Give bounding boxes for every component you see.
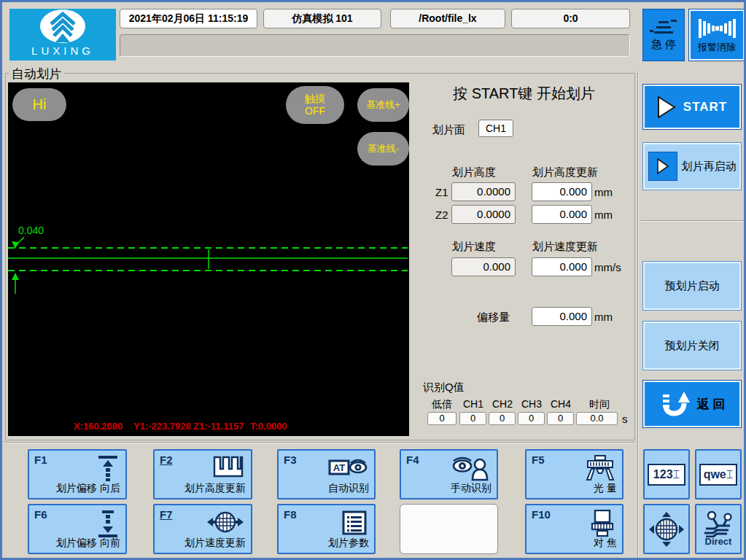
hi-button[interactable]: Hi bbox=[12, 88, 66, 121]
height-label: 划片高度 bbox=[452, 166, 496, 179]
reference-line-plus-button[interactable]: 基准线+ bbox=[357, 88, 409, 122]
f2-height-update-button[interactable]: F2 划片高度更新 bbox=[153, 449, 252, 499]
f1-key-label: F1 bbox=[34, 454, 47, 466]
f8-label: 划片参数 bbox=[328, 537, 369, 550]
speed-unit: mm/s bbox=[594, 261, 621, 273]
f1-dicing-offset-back-button[interactable]: F1 划片偏移 向后 bbox=[28, 449, 127, 499]
q-value-ch1: 0 bbox=[459, 412, 486, 425]
numpad-label: 123 bbox=[653, 468, 673, 481]
parameter-list-icon bbox=[341, 510, 368, 536]
alarm-clear-label: 报警消除 bbox=[698, 41, 736, 54]
restart-dicing-button[interactable]: 划片再启动 bbox=[642, 142, 742, 190]
f4-manual-recognition-button[interactable]: F4 手动识别 bbox=[400, 449, 498, 499]
play-small-icon bbox=[648, 152, 677, 181]
numpad-button[interactable]: 123⌶ bbox=[643, 449, 690, 499]
f5-light-amount-button[interactable]: F5 光 量 bbox=[525, 449, 623, 499]
q-col-low: 低倍 bbox=[427, 398, 456, 411]
offset-unit: mm bbox=[594, 311, 613, 323]
speed-update-field[interactable]: 0.000 bbox=[532, 257, 592, 276]
q-col-ch4: CH4 bbox=[548, 398, 574, 410]
height-update-label: 划片高度更新 bbox=[532, 166, 598, 179]
f6-key-label: F6 bbox=[34, 508, 47, 521]
z1-label: Z1 bbox=[435, 186, 448, 198]
q-col-ch3: CH3 bbox=[518, 398, 545, 410]
direct-button[interactable]: Direct bbox=[695, 504, 742, 554]
f8-dicing-parameters-button[interactable]: F8 划片参数 bbox=[277, 504, 376, 554]
datetime-display: 2021年02月06日 11:15:19 bbox=[120, 9, 257, 28]
z1-height-field: 0.0000 bbox=[451, 182, 516, 201]
jog-wafer-icon bbox=[648, 509, 685, 550]
groupbox-title: 自动划片 bbox=[9, 66, 64, 82]
f3-label: 自动识别 bbox=[328, 482, 369, 495]
f4-key-label: F4 bbox=[406, 454, 419, 466]
f4-label: 手动识别 bbox=[451, 482, 491, 495]
f3-auto-recognition-button[interactable]: F3 AT 自动识别 bbox=[277, 449, 376, 499]
luxing-logo: LUXING bbox=[9, 9, 116, 61]
back-label: 返 回 bbox=[697, 396, 726, 413]
dicing-surface-label: 划片面 bbox=[432, 123, 465, 137]
speed-field: 0.000 bbox=[451, 257, 516, 276]
pre-dicing-close-button[interactable]: 预划片关闭 bbox=[642, 321, 742, 370]
offset-field[interactable]: 0.000 bbox=[532, 307, 592, 326]
bottom-separator bbox=[2, 442, 635, 443]
z2-height-update-field[interactable]: 0.000 bbox=[532, 205, 592, 224]
touch-toggle-button[interactable]: 触摸 OFF bbox=[286, 86, 344, 124]
z2-unit: mm bbox=[594, 209, 613, 221]
q-value-time: 0.0 bbox=[576, 412, 618, 425]
z1-unit: mm bbox=[594, 186, 613, 198]
f7-key-label: F7 bbox=[160, 508, 173, 521]
z2-height-field: 0.0000 bbox=[451, 205, 516, 224]
f9-empty-button bbox=[400, 504, 498, 554]
pre-dicing-start-button[interactable]: 预划片启动 bbox=[642, 261, 742, 311]
wafer-arrows-icon bbox=[206, 510, 244, 536]
start-button[interactable]: START bbox=[642, 84, 742, 130]
alignment-overlay: 0.040 bbox=[8, 82, 409, 436]
f7-speed-update-button[interactable]: F7 划片速度更新 bbox=[153, 504, 252, 554]
file-path-display: /Root/file_lx bbox=[390, 9, 505, 28]
alarm-clear-button[interactable]: 报警消除 bbox=[688, 9, 745, 61]
f2-label: 划片高度更新 bbox=[184, 482, 246, 495]
f10-focus-button[interactable]: F10 对 焦 bbox=[525, 504, 623, 554]
offset-label: 偏移量 bbox=[477, 311, 510, 324]
logo-text: LUXING bbox=[31, 44, 94, 57]
numpad-icon: 123⌶ bbox=[648, 464, 685, 486]
focus-lens-icon bbox=[589, 510, 615, 539]
joystick-icon bbox=[702, 511, 735, 537]
camera-view: 0.040 Hi 触摸 OFF 基准线+ 基准线- X:160.2080 Y1:… bbox=[8, 82, 409, 436]
coord-t: T:0.0000 bbox=[250, 421, 287, 432]
mode-button[interactable]: 仿真模拟 101 bbox=[263, 9, 381, 28]
q-col-ch1: CH1 bbox=[460, 398, 486, 410]
emergency-stop-icon bbox=[648, 19, 679, 38]
auto-eye-icon: AT bbox=[328, 455, 368, 480]
coord-z1: Z1:-11.1157 bbox=[193, 421, 244, 432]
q-value-ch4: 0 bbox=[547, 412, 574, 425]
keyboard-label: qwe bbox=[704, 468, 726, 481]
f5-label: 光 量 bbox=[594, 482, 617, 495]
reference-line-minus-button[interactable]: 基准线- bbox=[357, 132, 409, 166]
q-value-ch2: 0 bbox=[489, 412, 516, 425]
offset-back-arrow-icon bbox=[97, 455, 119, 484]
back-button[interactable]: 返 回 bbox=[642, 380, 742, 428]
dicing-surface-value[interactable]: CH1 bbox=[478, 120, 513, 137]
light-lamp-icon bbox=[585, 455, 615, 483]
start-label: START bbox=[683, 100, 727, 114]
emergency-stop-button[interactable]: 急 停 bbox=[642, 9, 685, 61]
start-instruction: 按 START键 开始划片 bbox=[413, 84, 635, 104]
f1-label: 划片偏移 向后 bbox=[56, 482, 120, 495]
q-time-unit: s bbox=[622, 413, 628, 425]
eye-person-icon bbox=[452, 455, 490, 483]
svg-text:AT: AT bbox=[333, 462, 345, 473]
f5-key-label: F5 bbox=[532, 454, 545, 466]
coord-y1: Y1:-223.7928 bbox=[133, 421, 191, 432]
counter-display: 0:0 bbox=[511, 9, 630, 28]
z1-height-update-field[interactable]: 0.000 bbox=[532, 182, 592, 201]
right-panel-separator bbox=[640, 220, 745, 222]
keyboard-button[interactable]: qwe⌶ bbox=[695, 449, 742, 499]
f8-key-label: F8 bbox=[284, 508, 297, 521]
jog-wafer-button[interactable] bbox=[643, 504, 690, 554]
q-value-ch3: 0 bbox=[518, 412, 545, 425]
machine-hmi-window: LUXING 2021年02月06日 11:15:19 仿真模拟 101 /Ro… bbox=[0, 0, 746, 560]
f6-dicing-offset-forward-button[interactable]: F6 划片偏移 向前 bbox=[28, 504, 127, 554]
keyboard-icon: qwe⌶ bbox=[699, 464, 737, 486]
logo-chevron-icon bbox=[36, 9, 89, 44]
